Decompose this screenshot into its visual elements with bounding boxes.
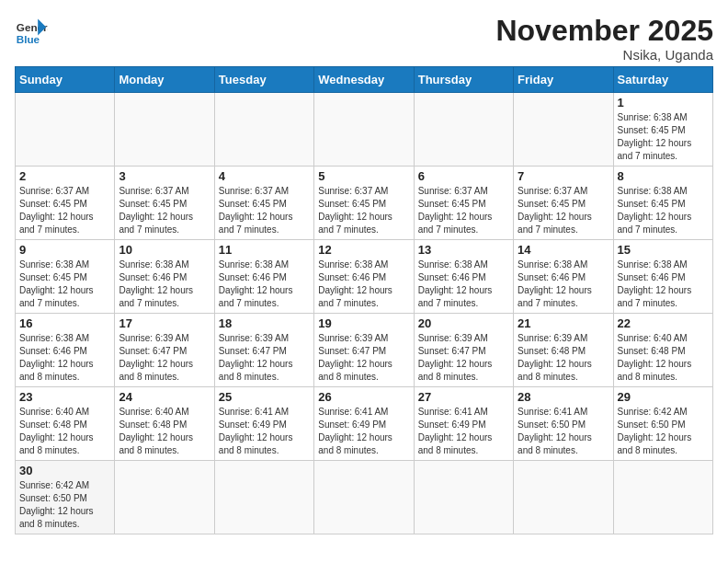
day-number: 13 — [418, 243, 509, 257]
day-info: Sunrise: 6:42 AM Sunset: 6:50 PM Dayligh… — [19, 479, 110, 531]
calendar-day-cell: 2Sunrise: 6:37 AM Sunset: 6:45 PM Daylig… — [16, 167, 115, 240]
location: Nsika, Uganda — [495, 47, 713, 63]
day-number: 6 — [418, 169, 509, 183]
calendar-day-cell: 28Sunrise: 6:41 AM Sunset: 6:50 PM Dayli… — [514, 387, 613, 461]
day-info: Sunrise: 6:38 AM Sunset: 6:45 PM Dayligh… — [618, 111, 709, 163]
calendar-day-cell: 19Sunrise: 6:39 AM Sunset: 6:47 PM Dayli… — [314, 314, 414, 387]
calendar-week-row: 23Sunrise: 6:40 AM Sunset: 6:48 PM Dayli… — [16, 387, 713, 461]
day-number: 14 — [518, 243, 609, 257]
calendar-day-cell: 11Sunrise: 6:38 AM Sunset: 6:46 PM Dayli… — [214, 240, 313, 314]
day-number: 7 — [518, 169, 609, 183]
calendar-day-cell: 30Sunrise: 6:42 AM Sunset: 6:50 PM Dayli… — [16, 461, 115, 534]
calendar-day-cell — [115, 93, 214, 167]
day-info: Sunrise: 6:42 AM Sunset: 6:50 PM Dayligh… — [618, 406, 709, 457]
day-number: 21 — [518, 316, 609, 330]
calendar-day-cell: 17Sunrise: 6:39 AM Sunset: 6:47 PM Dayli… — [115, 314, 214, 387]
month-year: November 2025 — [495, 15, 713, 47]
day-number: 24 — [119, 390, 210, 404]
day-info: Sunrise: 6:37 AM Sunset: 6:45 PM Dayligh… — [318, 185, 409, 236]
calendar-day-cell: 26Sunrise: 6:41 AM Sunset: 6:49 PM Dayli… — [314, 387, 414, 461]
day-of-week-header: Friday — [514, 67, 613, 93]
day-of-week-header: Monday — [115, 67, 214, 93]
day-info: Sunrise: 6:39 AM Sunset: 6:47 PM Dayligh… — [418, 332, 509, 384]
calendar-day-cell: 5Sunrise: 6:37 AM Sunset: 6:45 PM Daylig… — [314, 167, 414, 240]
calendar-week-row: 30Sunrise: 6:42 AM Sunset: 6:50 PM Dayli… — [16, 461, 713, 534]
calendar-day-cell — [613, 461, 712, 534]
day-info: Sunrise: 6:40 AM Sunset: 6:48 PM Dayligh… — [618, 332, 709, 384]
calendar-day-cell: 7Sunrise: 6:37 AM Sunset: 6:45 PM Daylig… — [514, 167, 613, 240]
day-info: Sunrise: 6:37 AM Sunset: 6:45 PM Dayligh… — [19, 185, 110, 236]
day-number: 3 — [119, 169, 210, 183]
day-info: Sunrise: 6:41 AM Sunset: 6:49 PM Dayligh… — [418, 406, 509, 457]
day-of-week-header: Saturday — [613, 67, 712, 93]
day-info: Sunrise: 6:38 AM Sunset: 6:46 PM Dayligh… — [418, 259, 509, 310]
day-number: 16 — [19, 316, 110, 330]
calendar-day-cell: 10Sunrise: 6:38 AM Sunset: 6:46 PM Dayli… — [115, 240, 214, 314]
calendar-day-cell: 20Sunrise: 6:39 AM Sunset: 6:47 PM Dayli… — [414, 314, 513, 387]
calendar-day-cell — [514, 461, 613, 534]
day-number: 1 — [618, 96, 709, 109]
calendar-week-row: 1Sunrise: 6:38 AM Sunset: 6:45 PM Daylig… — [16, 93, 713, 167]
day-info: Sunrise: 6:39 AM Sunset: 6:48 PM Dayligh… — [518, 332, 609, 384]
day-number: 2 — [19, 169, 110, 183]
calendar-day-cell: 16Sunrise: 6:38 AM Sunset: 6:46 PM Dayli… — [16, 314, 115, 387]
day-number: 22 — [618, 316, 709, 330]
calendar-day-cell: 24Sunrise: 6:40 AM Sunset: 6:48 PM Dayli… — [115, 387, 214, 461]
day-number: 18 — [219, 316, 310, 330]
calendar-day-cell: 18Sunrise: 6:39 AM Sunset: 6:47 PM Dayli… — [214, 314, 313, 387]
day-info: Sunrise: 6:37 AM Sunset: 6:45 PM Dayligh… — [219, 185, 310, 236]
day-info: Sunrise: 6:38 AM Sunset: 6:46 PM Dayligh… — [219, 259, 310, 310]
calendar-day-cell — [414, 461, 513, 534]
calendar-day-cell: 23Sunrise: 6:40 AM Sunset: 6:48 PM Dayli… — [16, 387, 115, 461]
calendar-day-cell: 27Sunrise: 6:41 AM Sunset: 6:49 PM Dayli… — [414, 387, 513, 461]
day-info: Sunrise: 6:41 AM Sunset: 6:49 PM Dayligh… — [219, 406, 310, 457]
day-of-week-header: Wednesday — [314, 67, 414, 93]
calendar-day-cell: 14Sunrise: 6:38 AM Sunset: 6:46 PM Dayli… — [514, 240, 613, 314]
day-number: 20 — [418, 316, 509, 330]
calendar-week-row: 2Sunrise: 6:37 AM Sunset: 6:45 PM Daylig… — [16, 167, 713, 240]
day-info: Sunrise: 6:39 AM Sunset: 6:47 PM Dayligh… — [119, 332, 210, 384]
day-info: Sunrise: 6:38 AM Sunset: 6:46 PM Dayligh… — [618, 259, 709, 310]
day-info: Sunrise: 6:39 AM Sunset: 6:47 PM Dayligh… — [318, 332, 409, 384]
calendar-day-cell — [115, 461, 214, 534]
calendar-day-cell: 6Sunrise: 6:37 AM Sunset: 6:45 PM Daylig… — [414, 167, 513, 240]
calendar-day-cell — [214, 93, 313, 167]
calendar-day-cell: 15Sunrise: 6:38 AM Sunset: 6:46 PM Dayli… — [613, 240, 712, 314]
day-info: Sunrise: 6:40 AM Sunset: 6:48 PM Dayligh… — [119, 406, 210, 457]
day-number: 23 — [19, 390, 110, 404]
calendar-day-cell — [214, 461, 313, 534]
day-number: 27 — [418, 390, 509, 404]
day-number: 29 — [618, 390, 709, 404]
calendar-day-cell — [314, 93, 414, 167]
day-info: Sunrise: 6:40 AM Sunset: 6:48 PM Dayligh… — [19, 406, 110, 457]
day-number: 30 — [19, 464, 110, 477]
day-info: Sunrise: 6:39 AM Sunset: 6:47 PM Dayligh… — [219, 332, 310, 384]
day-info: Sunrise: 6:37 AM Sunset: 6:45 PM Dayligh… — [418, 185, 509, 236]
calendar-day-cell — [514, 93, 613, 167]
calendar-week-row: 9Sunrise: 6:38 AM Sunset: 6:45 PM Daylig… — [16, 240, 713, 314]
day-number: 4 — [219, 169, 310, 183]
calendar-day-cell — [314, 461, 414, 534]
calendar-day-cell: 8Sunrise: 6:38 AM Sunset: 6:45 PM Daylig… — [613, 167, 712, 240]
day-info: Sunrise: 6:41 AM Sunset: 6:50 PM Dayligh… — [518, 406, 609, 457]
day-info: Sunrise: 6:38 AM Sunset: 6:46 PM Dayligh… — [518, 259, 609, 310]
calendar-day-cell: 21Sunrise: 6:39 AM Sunset: 6:48 PM Dayli… — [514, 314, 613, 387]
day-number: 9 — [19, 243, 110, 257]
calendar-header-row: SundayMondayTuesdayWednesdayThursdayFrid… — [16, 67, 713, 93]
calendar-day-cell: 3Sunrise: 6:37 AM Sunset: 6:45 PM Daylig… — [115, 167, 214, 240]
day-number: 25 — [219, 390, 310, 404]
calendar-day-cell: 13Sunrise: 6:38 AM Sunset: 6:46 PM Dayli… — [414, 240, 513, 314]
calendar-day-cell: 12Sunrise: 6:38 AM Sunset: 6:46 PM Dayli… — [314, 240, 414, 314]
day-number: 28 — [518, 390, 609, 404]
day-info: Sunrise: 6:41 AM Sunset: 6:49 PM Dayligh… — [318, 406, 409, 457]
calendar-week-row: 16Sunrise: 6:38 AM Sunset: 6:46 PM Dayli… — [16, 314, 713, 387]
day-info: Sunrise: 6:38 AM Sunset: 6:45 PM Dayligh… — [19, 259, 110, 310]
day-number: 15 — [618, 243, 709, 257]
logo: General Blue — [15, 15, 48, 48]
calendar-day-cell — [16, 93, 115, 167]
calendar-day-cell: 29Sunrise: 6:42 AM Sunset: 6:50 PM Dayli… — [613, 387, 712, 461]
day-info: Sunrise: 6:38 AM Sunset: 6:46 PM Dayligh… — [318, 259, 409, 310]
title-block: November 2025 Nsika, Uganda — [495, 15, 713, 63]
calendar-day-cell — [414, 93, 513, 167]
calendar-day-cell: 22Sunrise: 6:40 AM Sunset: 6:48 PM Dayli… — [613, 314, 712, 387]
